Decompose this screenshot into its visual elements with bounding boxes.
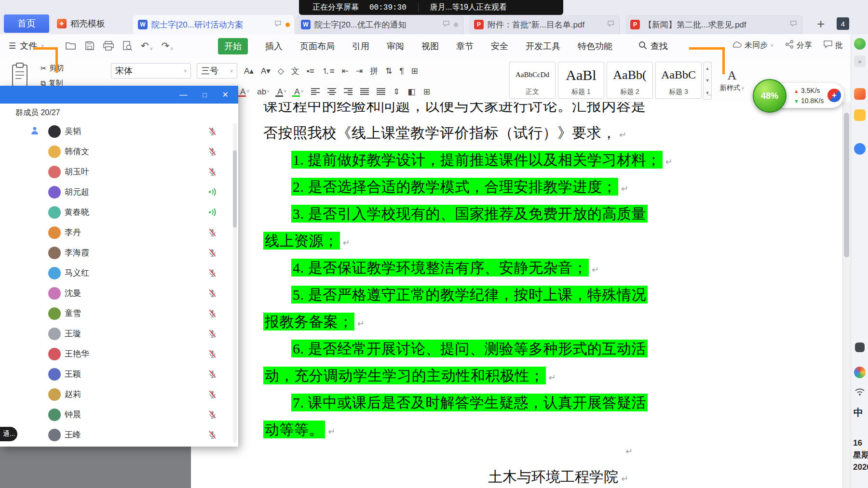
app-icon-dark[interactable]: [855, 343, 865, 352]
undo-button[interactable]: ↶˅: [141, 40, 153, 52]
formatting-marks-icon[interactable]: ¶: [399, 67, 404, 75]
member-row[interactable]: 沈曼: [0, 283, 232, 303]
font-size-select[interactable]: 三号 ˅: [197, 63, 237, 79]
share-button[interactable]: 分享: [785, 40, 812, 51]
border-icon[interactable]: ⊞: [423, 88, 430, 96]
close-icon[interactable]: ✕: [222, 91, 229, 99]
align-justify-icon[interactable]: [360, 88, 369, 95]
member-row[interactable]: 韩倩文: [0, 142, 232, 162]
decrease-font-size-icon[interactable]: A▾: [261, 67, 271, 75]
document-tab[interactable]: P【新闻】第二批...求意见.pdf: [625, 15, 802, 34]
sort-icon[interactable]: ⇅: [385, 67, 392, 75]
find-button[interactable]: 查找: [638, 40, 668, 52]
speed-ball[interactable]: 48%: [753, 79, 787, 113]
align-left-icon[interactable]: [311, 88, 320, 95]
color-wheel-icon[interactable]: [854, 367, 866, 378]
bullet-list-icon[interactable]: •≡: [307, 67, 314, 75]
member-row[interactable]: 马义红: [0, 263, 232, 283]
templates-tab[interactable]: ❖ 稻壳模板: [57, 14, 105, 33]
new-tab-button[interactable]: +: [817, 17, 825, 31]
table-icon[interactable]: ⊞: [411, 67, 418, 75]
tab-count-badge[interactable]: 4: [837, 17, 849, 30]
ribbon-tab[interactable]: 章节: [456, 40, 474, 52]
avatar-icon[interactable]: [854, 143, 866, 155]
ribbon-tab[interactable]: 视图: [421, 40, 439, 52]
member-row[interactable]: 胡玉叶: [0, 162, 232, 182]
align-distribute-icon[interactable]: [377, 88, 385, 95]
document-tab[interactable]: W院士字[20...研讨活动方案: [133, 15, 295, 34]
document-tab[interactable]: P附件：首批“新...目名单.pdf: [469, 15, 620, 34]
green-status-icon[interactable]: [854, 38, 866, 50]
style-preset[interactable]: AaBb(标题 2: [607, 62, 653, 99]
scrollbar-thumb[interactable]: [844, 113, 849, 257]
document-line: 报教务备案；: [263, 311, 365, 334]
home-tab[interactable]: 首页: [4, 14, 49, 33]
sync-status-button[interactable]: 未同步 ˅: [731, 40, 773, 51]
print-preview-icon[interactable]: [122, 41, 132, 51]
maximize-icon[interactable]: □: [203, 92, 206, 98]
ribbon-tab[interactable]: 开发工具: [526, 40, 560, 52]
tab-label: 院士字[20...优工作的通知: [314, 19, 439, 30]
ribbon-tab[interactable]: 开始: [218, 38, 248, 54]
accelerator-ball-icon[interactable]: +: [827, 89, 841, 102]
document-line: 4. 是否保证教学环境整洁有序、安静无杂音；: [291, 257, 599, 280]
member-row[interactable]: 黄春晓: [0, 202, 232, 223]
member-row[interactable]: 吴韬: [0, 121, 232, 142]
align-right-icon[interactable]: [344, 88, 353, 95]
shading-icon[interactable]: ◧: [408, 88, 416, 96]
document-page[interactable]: 土木与环境工程学院 课过程中的经验和问题，以便与大家进行讨论。汇报内容是否按照我…: [191, 102, 842, 488]
font-color-icon[interactable]: A˅: [240, 88, 249, 96]
ribbon-tab[interactable]: 引用: [352, 40, 369, 52]
meeting-members-panel[interactable]: — □ ✕ 群成员 20/27 吴韬韩倩文胡玉叶胡元超黄春晓李丹李海霞马义红沈曼…: [0, 86, 238, 447]
line-spacing-icon[interactable]: ⇕: [393, 88, 400, 96]
member-row[interactable]: 李海霞: [0, 243, 232, 263]
print-icon[interactable]: [103, 41, 114, 51]
document-scrollbar[interactable]: [842, 102, 851, 488]
minimize-icon[interactable]: —: [179, 91, 187, 99]
member-row[interactable]: 王艳华: [0, 344, 232, 364]
member-row[interactable]: 王峰: [0, 425, 232, 445]
align-center-icon[interactable]: [327, 88, 336, 95]
ribbon-tab[interactable]: 页面布局: [300, 40, 335, 52]
save-icon[interactable]: [85, 41, 95, 51]
text-highlight-icon[interactable]: A˅: [294, 88, 303, 96]
member-row[interactable]: 钟晨: [0, 405, 232, 425]
chevron-down-icon: ▼: [705, 78, 710, 83]
clear-formatting-icon[interactable]: ◇: [278, 67, 284, 75]
member-row[interactable]: 李丹: [0, 223, 232, 243]
ribbon-tab[interactable]: 审阅: [387, 40, 404, 52]
wifi-signal-icon[interactable]: [854, 387, 866, 398]
scrollbar-thumb[interactable]: [233, 150, 237, 227]
ime-indicator[interactable]: 中: [854, 406, 863, 419]
decrease-indent-icon[interactable]: ⇤: [342, 67, 349, 75]
ribbon-tab[interactable]: 插入: [265, 40, 283, 52]
panel-title-bar[interactable]: — □ ✕: [0, 86, 238, 104]
increase-indent-icon[interactable]: ⇥: [356, 67, 363, 75]
underline-icon[interactable]: A˅: [277, 88, 286, 96]
collapse-arrows-icon[interactable]: »: [854, 55, 866, 67]
member-row[interactable]: 赵莉: [0, 384, 232, 405]
member-row[interactable]: 胡元超: [0, 182, 232, 202]
numbered-list-icon[interactable]: ⒈≡: [322, 67, 335, 75]
panel-scrollbar[interactable]: [233, 123, 237, 443]
status-dot: [454, 23, 458, 27]
style-preset[interactable]: AaBl标题 1: [558, 62, 604, 99]
increase-font-size-icon[interactable]: A▴: [244, 67, 254, 75]
ribbon-tab[interactable]: 特色功能: [578, 40, 612, 52]
style-preset[interactable]: AaBbCcDd正文: [509, 62, 556, 99]
member-row[interactable]: 王颖: [0, 364, 232, 384]
document-tab[interactable]: W院士字[20...优工作的通知: [296, 15, 463, 34]
member-row[interactable]: 王璇: [0, 324, 232, 344]
member-row[interactable]: 童雪: [0, 303, 232, 324]
open-folder-icon[interactable]: [66, 41, 76, 51]
strikethrough-icon[interactable]: ab˅: [257, 88, 270, 96]
font-name-select[interactable]: 宋体 ˅: [111, 63, 191, 79]
app-icon-orange[interactable]: [854, 88, 866, 100]
symbol-icon[interactable]: 文: [291, 67, 299, 75]
redo-button[interactable]: ↷˅: [162, 40, 174, 52]
ribbon-tab[interactable]: 安全: [491, 40, 508, 52]
phonetic-guide-icon[interactable]: 拼: [370, 67, 378, 75]
folder-icon[interactable]: [854, 109, 866, 121]
comment-button[interactable]: 批: [824, 40, 843, 51]
notification-tab[interactable]: 通...: [0, 427, 17, 441]
